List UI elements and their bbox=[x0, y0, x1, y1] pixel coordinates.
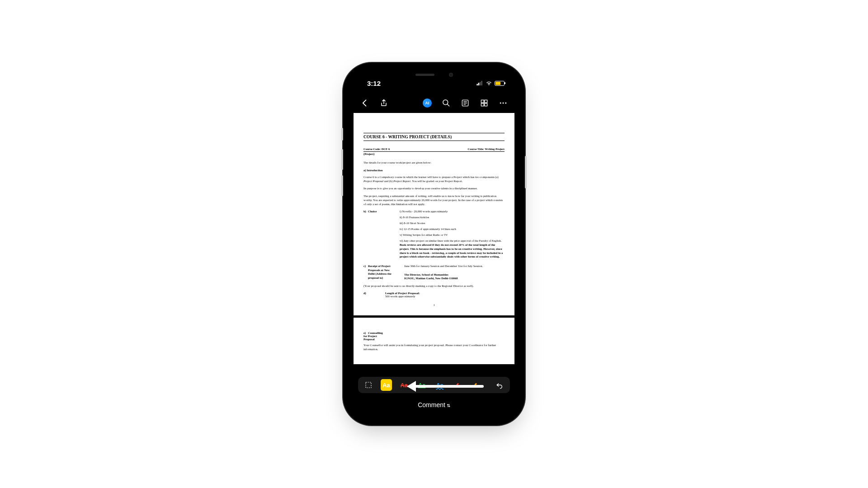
choice-i: i) Novella - 20,000 words approximately bbox=[400, 210, 505, 213]
grid-button[interactable] bbox=[479, 98, 489, 108]
receipt-row: c)Receipt of Project Proposals at New De… bbox=[363, 264, 505, 280]
volume-down bbox=[341, 175, 343, 196]
choice-row: b)Choice i) Novella - 20,000 words appro… bbox=[363, 210, 505, 262]
screen: 3:12 AI bbox=[354, 73, 514, 415]
page-number: 1 bbox=[363, 303, 505, 306]
app-toolbar: AI bbox=[354, 93, 514, 113]
front-camera bbox=[449, 73, 453, 77]
ai-icon: AI bbox=[423, 99, 432, 108]
more-button[interactable] bbox=[498, 98, 508, 108]
para-1: Course 6 is a Compulsory course in which… bbox=[363, 175, 505, 183]
choice-ii: ii) 8-10 Features/Articles bbox=[400, 216, 505, 219]
choice-iii: iii) 8-10 Short Stories bbox=[400, 221, 505, 225]
svg-rect-8 bbox=[481, 103, 484, 106]
para1-a: Course 6 is a Compulsory course in which… bbox=[363, 175, 499, 178]
pen-tool[interactable] bbox=[452, 379, 464, 391]
para1-report: Project Report bbox=[393, 179, 410, 183]
mute-switch bbox=[341, 128, 343, 141]
length-label: Length of Project Proposal: bbox=[385, 291, 420, 295]
speaker-grille bbox=[415, 74, 434, 76]
length-letter: d) bbox=[363, 291, 368, 295]
battery-fill bbox=[495, 82, 500, 85]
receipt-addr2: IGNOU, Maidan Garhi, New Delhi-110068 bbox=[404, 277, 505, 280]
svg-rect-2 bbox=[480, 82, 481, 86]
length-value: 500 words approximately bbox=[385, 295, 415, 298]
receipt-note: (Your proposal should be sent to us dire… bbox=[363, 284, 505, 288]
counselling-para: Your Counsellor will assist you in formu… bbox=[363, 343, 505, 352]
document-page-2: e)Counselling for Project Proposal Your … bbox=[354, 318, 514, 364]
choice-letter: b) bbox=[363, 210, 368, 213]
counselling-head-row: e)Counselling for Project Proposal bbox=[363, 331, 505, 341]
svg-point-10 bbox=[500, 103, 501, 104]
document-viewport[interactable]: COURSE 6 - WRITING PROJECT (DETAILS) Cou… bbox=[354, 113, 514, 374]
course-meta-row: Course Code: DCE 6 Course Title: Writing… bbox=[363, 147, 505, 152]
undo-button[interactable] bbox=[494, 379, 506, 391]
para-3: The project, requiring a substantial amo… bbox=[363, 194, 505, 206]
choice-iv: iv) 12-15 Poems of approximately 14 line… bbox=[400, 227, 505, 230]
highlight-tool[interactable]: Aa bbox=[381, 379, 392, 391]
svg-rect-13 bbox=[366, 382, 371, 388]
course-title: Course Title: Writing Project bbox=[467, 147, 505, 150]
receipt-label: Receipt of Project Proposals at New Delh… bbox=[368, 264, 392, 279]
document-page-1: COURSE 6 - WRITING PROJECT (DETAILS) Cou… bbox=[354, 113, 514, 315]
annotation-toolbar: Aa Aa Aa Aa bbox=[358, 377, 510, 393]
svg-rect-3 bbox=[481, 81, 482, 85]
svg-rect-7 bbox=[485, 100, 487, 103]
chevron-updown-icon: ⇅ bbox=[447, 403, 450, 408]
volume-up bbox=[341, 149, 343, 170]
area-select-tool[interactable] bbox=[363, 379, 374, 391]
choice-vi: vi) Any other project on similar lines w… bbox=[400, 239, 505, 259]
counselling-letter: e) bbox=[363, 331, 368, 334]
notch bbox=[394, 68, 474, 81]
course-code: Course Code: DCE 6 bbox=[363, 147, 390, 150]
strikethrough-tool[interactable]: Aa bbox=[398, 379, 410, 391]
svg-rect-9 bbox=[485, 103, 487, 106]
status-time: 3:12 bbox=[363, 80, 381, 87]
para1-proposal: Project Proposal bbox=[363, 179, 383, 183]
power-button bbox=[525, 156, 527, 188]
battery-icon bbox=[495, 81, 505, 86]
svg-rect-0 bbox=[476, 84, 478, 85]
choice-vi-a: vi) Any other project on similar lines w… bbox=[400, 239, 501, 242]
receipt-letter: c) bbox=[363, 264, 368, 268]
para1-b: and (b) bbox=[383, 179, 393, 183]
status-right bbox=[476, 81, 505, 86]
para-2: Its purpose is to give you an opportunit… bbox=[363, 187, 505, 191]
marker-tool[interactable] bbox=[470, 379, 481, 391]
wifi-icon bbox=[486, 81, 492, 86]
comment-label: Comment bbox=[418, 401, 445, 408]
doc-title: COURSE 6 - WRITING PROJECT (DETAILS) bbox=[363, 133, 505, 141]
choice-v: v) Writing Scripts for either Radio or T… bbox=[400, 233, 505, 236]
section-a-head: a) Introduction bbox=[363, 169, 505, 172]
svg-point-11 bbox=[503, 103, 504, 104]
svg-point-12 bbox=[505, 103, 506, 104]
ai-button[interactable]: AI bbox=[422, 98, 432, 108]
svg-rect-1 bbox=[478, 83, 480, 85]
phone-frame: 3:12 AI bbox=[348, 68, 520, 420]
search-button[interactable] bbox=[441, 98, 451, 108]
comment-mode-button[interactable]: Comment⇅ bbox=[354, 401, 514, 408]
share-button[interactable] bbox=[379, 98, 389, 108]
back-button[interactable] bbox=[360, 98, 370, 108]
underline-tool[interactable]: Aa bbox=[434, 379, 446, 391]
receipt-dates: June 30th for January Session and Decemb… bbox=[404, 264, 505, 268]
svg-rect-6 bbox=[481, 100, 484, 103]
choice-vi-bold: Book reviews are allowed if they do not … bbox=[400, 243, 503, 258]
project-label: (Project) bbox=[363, 152, 505, 155]
length-row: d) Length of Project Proposal: 500 words… bbox=[363, 291, 505, 298]
details-intro: The details for your course work/project… bbox=[363, 161, 505, 165]
outline-button[interactable] bbox=[460, 98, 470, 108]
para1-c: . You will be graded on your Project Rep… bbox=[410, 179, 462, 183]
cellular-icon bbox=[476, 81, 483, 85]
squiggly-tool[interactable]: Aa bbox=[416, 379, 428, 391]
receipt-addr1: The Director, School of Humanities bbox=[404, 273, 505, 277]
choice-word: Choice bbox=[368, 210, 377, 213]
